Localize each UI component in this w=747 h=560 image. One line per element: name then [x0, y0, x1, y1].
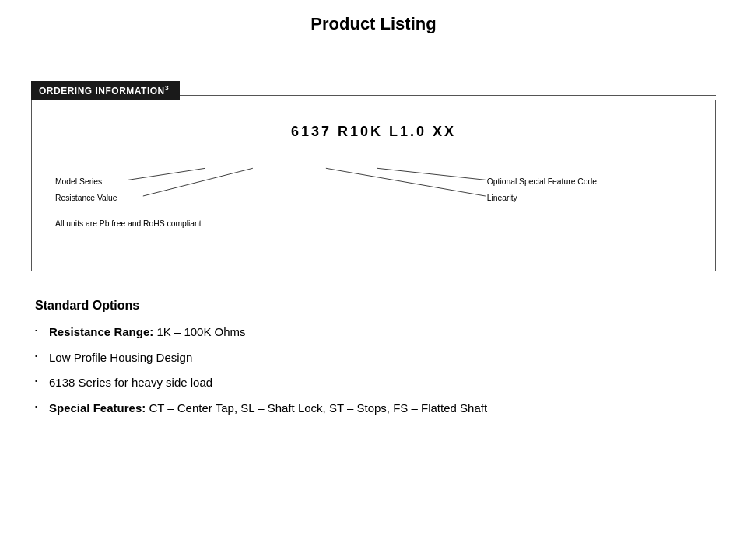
bullet-list: • Resistance Range: 1K – 100K Ohms • Low… — [35, 324, 716, 417]
bullet-bold: Resistance Range: — [49, 325, 153, 338]
svg-text:All units are Pb free and RoHS: All units are Pb free and RoHS compliant — [55, 220, 202, 229]
svg-line-5 — [128, 168, 205, 180]
standard-options-title: Standard Options — [35, 299, 716, 313]
svg-text:Resistance Value: Resistance Value — [55, 194, 117, 202]
bullet-normal: 6138 Series for heavy side load — [49, 376, 212, 389]
svg-line-7 — [377, 168, 486, 180]
ordering-header-row: ORDERING INFORMATION3 — [31, 81, 716, 100]
page-container: Product Listing ORDERING INFORMATION3 61… — [0, 0, 747, 560]
ordering-header-label: ORDERING INFORMATION — [39, 86, 165, 96]
bullet-text: Special Features: CT – Center Tap, SL – … — [49, 400, 716, 418]
bullet-normal: Low Profile Housing Design — [49, 351, 192, 364]
bullet-text: 6138 Series for heavy side load — [49, 374, 716, 392]
bullet-text: Resistance Range: 1K – 100K Ohms — [49, 324, 716, 341]
list-item: • Low Profile Housing Design — [35, 349, 716, 367]
part-number: 6137 R10K L1.0 XX — [291, 124, 456, 142]
ordering-header-line — [180, 95, 716, 96]
ordering-header: ORDERING INFORMATION3 — [31, 81, 180, 100]
ordering-diagram-svg: Model Series Resistance Value All units … — [55, 166, 692, 251]
ordering-section: ORDERING INFORMATION3 6137 R10K L1.0 XX … — [31, 81, 716, 271]
list-item: • Resistance Range: 1K – 100K Ohms — [35, 324, 716, 341]
bullet-dot: • — [35, 376, 49, 386]
bullet-normal: 1K – 100K Ohms — [153, 325, 245, 338]
bullet-text: Low Profile Housing Design — [49, 349, 716, 367]
list-item: • 6138 Series for heavy side load — [35, 374, 716, 392]
svg-text:Linearity: Linearity — [487, 194, 518, 202]
svg-text:Optional Special Feature Code: Optional Special Feature Code — [487, 177, 597, 186]
ordering-header-superscript: 3 — [165, 84, 170, 92]
svg-line-8 — [326, 168, 486, 196]
ordering-box: 6137 R10K L1.0 XX Model Series Resistanc… — [31, 100, 716, 271]
diagram-area: Model Series Resistance Value All units … — [55, 166, 692, 251]
bullet-normal: CT – Center Tap, SL – Shaft Lock, ST – S… — [146, 401, 487, 415]
bullet-dot: • — [35, 352, 49, 361]
page-title: Product Listing — [31, 0, 716, 42]
part-number-row: 6137 R10K L1.0 XX — [55, 124, 692, 142]
standard-options: Standard Options • Resistance Range: 1K … — [31, 299, 716, 417]
bullet-dot: • — [35, 326, 49, 335]
svg-line-6 — [143, 168, 253, 196]
svg-text:Model Series: Model Series — [55, 177, 102, 186]
list-item: • Special Features: CT – Center Tap, SL … — [35, 400, 716, 418]
bullet-dot: • — [35, 402, 49, 411]
bullet-bold: Special Features: — [49, 401, 146, 415]
